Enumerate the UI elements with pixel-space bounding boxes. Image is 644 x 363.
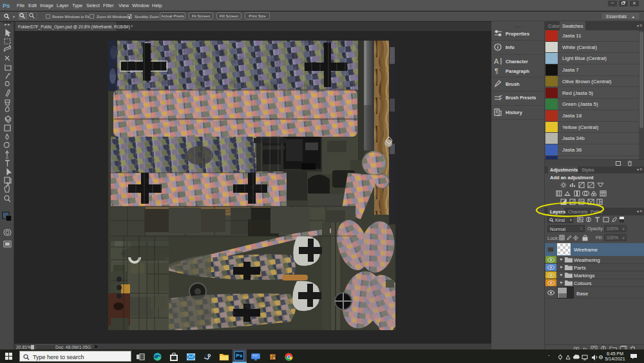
svg-text:¶: ¶ <box>495 67 498 75</box>
svg-text:A: A <box>494 57 499 65</box>
